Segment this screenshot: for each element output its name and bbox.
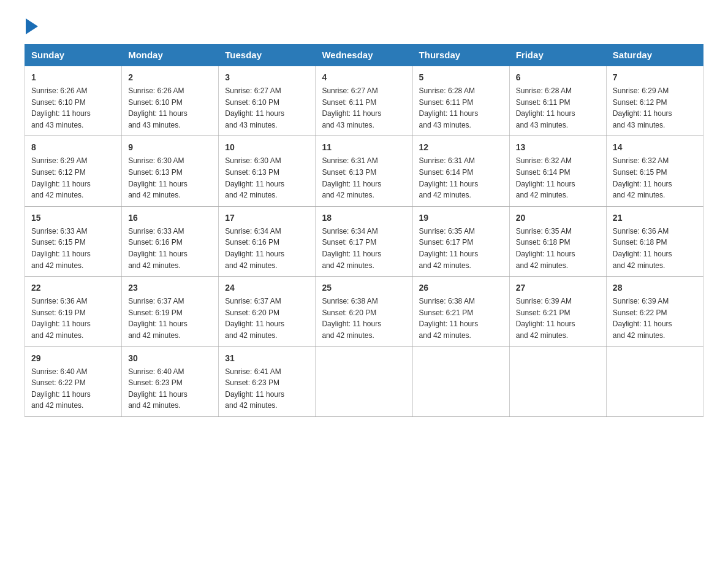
day-info: Sunrise: 6:31 AMSunset: 6:14 PMDaylight:… <box>419 155 503 201</box>
page-header <box>25 18 703 32</box>
calendar-week-row: 15Sunrise: 6:33 AMSunset: 6:15 PMDayligh… <box>25 206 703 276</box>
day-info: Sunrise: 6:30 AMSunset: 6:13 PMDaylight:… <box>225 155 309 201</box>
calendar-day-cell: 6Sunrise: 6:28 AMSunset: 6:11 PMDaylight… <box>509 66 606 136</box>
day-info: Sunrise: 6:34 AMSunset: 6:16 PMDaylight:… <box>225 226 309 271</box>
day-info: Sunrise: 6:32 AMSunset: 6:14 PMDaylight:… <box>516 155 600 201</box>
calendar-day-header: Sunday <box>25 45 122 66</box>
day-info: Sunrise: 6:37 AMSunset: 6:19 PMDaylight:… <box>128 296 212 341</box>
calendar-day-cell: 19Sunrise: 6:35 AMSunset: 6:17 PMDayligh… <box>412 206 509 276</box>
day-number: 7 <box>613 71 697 84</box>
calendar-day-cell: 8Sunrise: 6:29 AMSunset: 6:12 PMDaylight… <box>25 136 122 206</box>
day-info: Sunrise: 6:33 AMSunset: 6:15 PMDaylight:… <box>31 226 115 271</box>
day-number: 23 <box>128 282 212 294</box>
day-info: Sunrise: 6:39 AMSunset: 6:21 PMDaylight:… <box>516 296 600 341</box>
day-number: 29 <box>31 352 115 365</box>
calendar-day-cell: 25Sunrise: 6:38 AMSunset: 6:20 PMDayligh… <box>316 277 412 347</box>
day-number: 18 <box>322 212 406 224</box>
day-number: 25 <box>322 282 406 294</box>
calendar-day-cell: 10Sunrise: 6:30 AMSunset: 6:13 PMDayligh… <box>219 136 316 206</box>
calendar-week-row: 1Sunrise: 6:26 AMSunset: 6:10 PMDaylight… <box>25 66 703 136</box>
day-info: Sunrise: 6:29 AMSunset: 6:12 PMDaylight:… <box>613 85 697 131</box>
day-number: 20 <box>516 212 600 224</box>
day-number: 9 <box>128 141 212 154</box>
day-info: Sunrise: 6:34 AMSunset: 6:17 PMDaylight:… <box>322 226 406 271</box>
logo-arrow-icon <box>26 18 38 34</box>
day-info: Sunrise: 6:28 AMSunset: 6:11 PMDaylight:… <box>516 85 600 131</box>
calendar-day-cell <box>606 347 703 416</box>
day-number: 10 <box>225 141 309 154</box>
day-number: 30 <box>128 352 212 365</box>
day-number: 22 <box>31 282 115 294</box>
calendar-day-header: Monday <box>122 45 219 66</box>
day-number: 17 <box>225 212 309 224</box>
calendar-day-cell: 1Sunrise: 6:26 AMSunset: 6:10 PMDaylight… <box>25 66 122 136</box>
calendar-day-cell: 5Sunrise: 6:28 AMSunset: 6:11 PMDaylight… <box>412 66 509 136</box>
calendar-week-row: 22Sunrise: 6:36 AMSunset: 6:19 PMDayligh… <box>25 277 703 347</box>
day-number: 1 <box>31 71 115 84</box>
day-info: Sunrise: 6:35 AMSunset: 6:18 PMDaylight:… <box>516 226 600 271</box>
calendar-day-cell: 27Sunrise: 6:39 AMSunset: 6:21 PMDayligh… <box>509 277 606 347</box>
day-info: Sunrise: 6:27 AMSunset: 6:10 PMDaylight:… <box>225 85 309 131</box>
calendar-day-cell: 14Sunrise: 6:32 AMSunset: 6:15 PMDayligh… <box>606 136 703 206</box>
day-info: Sunrise: 6:30 AMSunset: 6:13 PMDaylight:… <box>128 155 212 201</box>
day-info: Sunrise: 6:29 AMSunset: 6:12 PMDaylight:… <box>31 155 115 201</box>
day-info: Sunrise: 6:32 AMSunset: 6:15 PMDaylight:… <box>613 155 697 201</box>
day-info: Sunrise: 6:26 AMSunset: 6:10 PMDaylight:… <box>128 85 212 131</box>
day-info: Sunrise: 6:26 AMSunset: 6:10 PMDaylight:… <box>31 85 115 131</box>
calendar-day-header: Wednesday <box>316 45 412 66</box>
day-info: Sunrise: 6:36 AMSunset: 6:18 PMDaylight:… <box>613 226 697 271</box>
calendar-day-cell: 17Sunrise: 6:34 AMSunset: 6:16 PMDayligh… <box>219 206 316 276</box>
calendar-day-cell: 2Sunrise: 6:26 AMSunset: 6:10 PMDaylight… <box>122 66 219 136</box>
calendar-day-cell <box>316 347 412 416</box>
day-info: Sunrise: 6:33 AMSunset: 6:16 PMDaylight:… <box>128 226 212 271</box>
calendar-week-row: 8Sunrise: 6:29 AMSunset: 6:12 PMDaylight… <box>25 136 703 206</box>
calendar-day-cell <box>412 347 509 416</box>
day-number: 6 <box>516 71 600 84</box>
day-info: Sunrise: 6:28 AMSunset: 6:11 PMDaylight:… <box>419 85 503 131</box>
day-number: 2 <box>128 71 212 84</box>
calendar-day-cell: 18Sunrise: 6:34 AMSunset: 6:17 PMDayligh… <box>316 206 412 276</box>
day-info: Sunrise: 6:39 AMSunset: 6:22 PMDaylight:… <box>613 296 697 341</box>
calendar-table: SundayMondayTuesdayWednesdayThursdayFrid… <box>25 44 703 417</box>
day-number: 11 <box>322 141 406 154</box>
day-number: 19 <box>419 212 503 224</box>
calendar-day-cell: 20Sunrise: 6:35 AMSunset: 6:18 PMDayligh… <box>509 206 606 276</box>
day-number: 3 <box>225 71 309 84</box>
calendar-day-cell: 16Sunrise: 6:33 AMSunset: 6:16 PMDayligh… <box>122 206 219 276</box>
day-number: 28 <box>613 282 697 294</box>
calendar-day-cell: 21Sunrise: 6:36 AMSunset: 6:18 PMDayligh… <box>606 206 703 276</box>
calendar-week-row: 29Sunrise: 6:40 AMSunset: 6:22 PMDayligh… <box>25 347 703 416</box>
calendar-day-header: Saturday <box>606 45 703 66</box>
day-number: 21 <box>613 212 697 224</box>
calendar-day-cell: 26Sunrise: 6:38 AMSunset: 6:21 PMDayligh… <box>412 277 509 347</box>
calendar-day-cell: 28Sunrise: 6:39 AMSunset: 6:22 PMDayligh… <box>606 277 703 347</box>
day-info: Sunrise: 6:31 AMSunset: 6:13 PMDaylight:… <box>322 155 406 201</box>
calendar-day-cell: 4Sunrise: 6:27 AMSunset: 6:11 PMDaylight… <box>316 66 412 136</box>
day-info: Sunrise: 6:38 AMSunset: 6:20 PMDaylight:… <box>322 296 406 341</box>
calendar-day-header: Thursday <box>412 45 509 66</box>
day-number: 15 <box>31 212 115 224</box>
day-number: 26 <box>419 282 503 294</box>
calendar-day-cell: 24Sunrise: 6:37 AMSunset: 6:20 PMDayligh… <box>219 277 316 347</box>
calendar-day-cell: 23Sunrise: 6:37 AMSunset: 6:19 PMDayligh… <box>122 277 219 347</box>
calendar-day-cell: 11Sunrise: 6:31 AMSunset: 6:13 PMDayligh… <box>316 136 412 206</box>
calendar-day-cell: 7Sunrise: 6:29 AMSunset: 6:12 PMDaylight… <box>606 66 703 136</box>
calendar-day-header: Tuesday <box>219 45 316 66</box>
calendar-day-cell: 29Sunrise: 6:40 AMSunset: 6:22 PMDayligh… <box>25 347 122 416</box>
day-info: Sunrise: 6:27 AMSunset: 6:11 PMDaylight:… <box>322 85 406 131</box>
day-number: 13 <box>516 141 600 154</box>
calendar-day-cell: 31Sunrise: 6:41 AMSunset: 6:23 PMDayligh… <box>219 347 316 416</box>
calendar-day-cell: 30Sunrise: 6:40 AMSunset: 6:23 PMDayligh… <box>122 347 219 416</box>
day-number: 5 <box>419 71 503 84</box>
calendar-header-row: SundayMondayTuesdayWednesdayThursdayFrid… <box>25 45 703 66</box>
calendar-day-cell: 9Sunrise: 6:30 AMSunset: 6:13 PMDaylight… <box>122 136 219 206</box>
calendar-day-cell: 12Sunrise: 6:31 AMSunset: 6:14 PMDayligh… <box>412 136 509 206</box>
day-info: Sunrise: 6:38 AMSunset: 6:21 PMDaylight:… <box>419 296 503 341</box>
day-number: 12 <box>419 141 503 154</box>
day-number: 8 <box>31 141 115 154</box>
day-info: Sunrise: 6:40 AMSunset: 6:23 PMDaylight:… <box>128 366 212 412</box>
day-info: Sunrise: 6:36 AMSunset: 6:19 PMDaylight:… <box>31 296 115 341</box>
day-number: 24 <box>225 282 309 294</box>
day-number: 31 <box>225 352 309 365</box>
calendar-day-cell: 3Sunrise: 6:27 AMSunset: 6:10 PMDaylight… <box>219 66 316 136</box>
